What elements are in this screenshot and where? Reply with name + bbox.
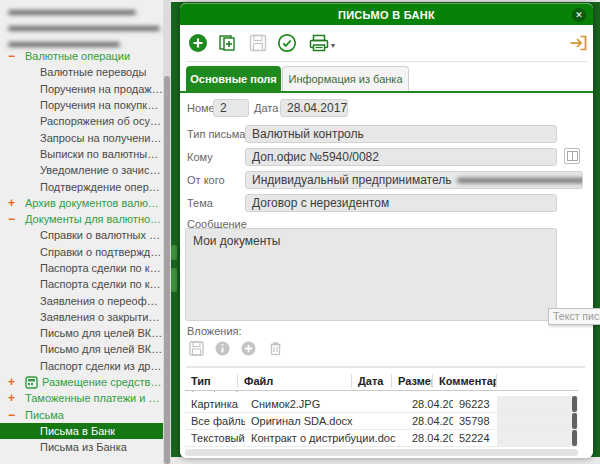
col-type-header[interactable]: Тип: [185, 374, 238, 388]
col-file-header[interactable]: Файл: [238, 374, 352, 388]
table-scrollbar[interactable]: [571, 430, 578, 446]
table-row[interactable]: Картинка Снимок2.JPG 28.04.2017 96223: [185, 396, 578, 413]
sidebar-scrollbar-thumb[interactable]: [164, 76, 170, 464]
to-field[interactable]: Доп.офис №5940/0082: [245, 148, 557, 166]
sidebar-item[interactable]: Паспорт сделки из другого б...: [0, 358, 163, 374]
sidebar-item[interactable]: Справки о подтверждающих...: [0, 244, 163, 260]
blurred-text-line: [8, 10, 136, 15]
print-icon[interactable]: [308, 33, 329, 54]
deposit-icon: [25, 376, 38, 389]
table-row[interactable]: Все файлы Оригинал SDA.docx 28.04.2017 3…: [185, 413, 578, 430]
clipped-row: . . .: [185, 391, 578, 396]
to-label: Кому: [187, 148, 213, 166]
sidebar-item[interactable]: Поручения на продажу валю...: [0, 81, 163, 97]
sidebar-item[interactable]: Валютные переводы: [0, 64, 163, 80]
sidebar-scrollbar[interactable]: [163, 0, 171, 464]
attachments-divider: [186, 366, 585, 368]
sidebar-item[interactable]: Письмо для целей ВК (в банк): [0, 325, 163, 341]
table-row[interactable]: Текстовый файл Контракт о дистрибуции.do…: [185, 430, 578, 447]
table-scrollbar[interactable]: [571, 413, 578, 429]
app-window: Валютные операции Валютные переводы Пору…: [0, 0, 600, 464]
expand-icon[interactable]: [8, 391, 25, 405]
letter-type-label: Тип письма: [187, 125, 245, 143]
sidebar-item[interactable]: Распоряжения об осуществл...: [0, 113, 163, 129]
expand-icon[interactable]: [8, 196, 25, 210]
toolbar-divider: [186, 61, 587, 62]
sidebar-item[interactable]: Поручения на покупку валюты: [0, 97, 163, 113]
attachment-save-icon: [188, 340, 206, 358]
attachments-label: Вложения:: [187, 325, 242, 337]
number-field[interactable]: 2: [213, 99, 249, 117]
sidebar-item[interactable]: Паспорта сделки по контракту: [0, 260, 163, 276]
sidebar-item[interactable]: Справки о валютных операц...: [0, 227, 163, 243]
confirm-icon[interactable]: [277, 33, 298, 54]
print-dropdown-caret[interactable]: ▾: [331, 41, 335, 50]
sidebar-item-pisma-iz-banka[interactable]: Письма из Банка: [0, 439, 163, 455]
attachments-table: Тип Файл Дата Размер Комментарий . . . К…: [185, 371, 578, 447]
date-field[interactable]: 28.04.2017: [280, 99, 348, 117]
tab-bank-info[interactable]: Информация из банка: [282, 66, 409, 91]
col-empty-header: [497, 374, 578, 388]
close-icon[interactable]: ✕: [572, 8, 586, 22]
letter-to-bank-dialog: ПИСЬМО В БАНК ✕ ▾: [180, 3, 593, 458]
attachment-add-icon: [240, 340, 258, 358]
collapsed-panel-tab[interactable]: [171, 245, 177, 260]
sidebar-item[interactable]: Паспорта сделки по кредитн...: [0, 276, 163, 292]
from-label: От кого: [187, 171, 225, 189]
dialog-title: ПИСЬМО В БАНК: [338, 9, 435, 21]
collapse-icon[interactable]: [8, 212, 25, 226]
sidebar-item-tamozhennye[interactable]: Таможенные платежи и сервисы: [0, 390, 163, 406]
copy-icon[interactable]: [217, 33, 238, 54]
col-comment-header[interactable]: Комментарий: [433, 374, 497, 388]
message-textarea[interactable]: Мои документы: [185, 228, 557, 321]
from-field[interactable]: Индивидуальный предприниматель: [245, 171, 583, 189]
nav-tree: Валютные операции Валютные переводы Пору…: [0, 48, 163, 455]
sidebar-item-razmeshchenie[interactable]: Размещение средств Онлайн: [0, 374, 163, 390]
attachment-delete-icon: [267, 340, 285, 358]
date-label: Дата: [254, 99, 278, 117]
collapsed-panel-tab[interactable]: [171, 268, 177, 292]
add-icon[interactable]: [188, 33, 209, 54]
exit-icon[interactable]: [568, 33, 589, 54]
sidebar-item[interactable]: Запросы на получение выпи...: [0, 129, 163, 145]
tab-underline: [180, 91, 593, 93]
attachment-info-icon: [214, 340, 232, 358]
dialog-titlebar: ПИСЬМО В БАНК ✕: [180, 3, 593, 25]
col-size-header[interactable]: Размер: [392, 374, 433, 388]
collapse-icon[interactable]: [8, 49, 25, 63]
sidebar-item-pisma[interactable]: Письма: [0, 407, 163, 423]
dialog-toolbar: ▾: [180, 29, 593, 60]
table-horizontal-scrollbar[interactable]: [185, 449, 578, 456]
sidebar-item[interactable]: Выписки по валютным счетам: [0, 146, 163, 162]
sidebar-item[interactable]: Подтверждение операций п...: [0, 178, 163, 194]
blurred-name: [457, 178, 583, 183]
expand-icon[interactable]: [8, 375, 25, 389]
col-date-header[interactable]: Дата: [352, 374, 392, 388]
sidebar-item[interactable]: Уведомление о зачислении (...: [0, 162, 163, 178]
sidebar-item-valyutnye-operacii[interactable]: Валютные операции: [0, 48, 163, 64]
subject-label: Тема: [187, 194, 213, 212]
sidebar-item[interactable]: Заявления о переоформлен...: [0, 292, 163, 308]
sidebar-item[interactable]: Заявления о закрытии паспо...: [0, 309, 163, 325]
sidebar: Валютные операции Валютные переводы Пору…: [0, 0, 163, 464]
table-header: Тип Файл Дата Размер Комментарий: [185, 371, 578, 391]
address-book-icon[interactable]: [564, 148, 580, 164]
save-icon: [248, 33, 269, 54]
collapse-icon[interactable]: [8, 408, 25, 422]
blurred-text-line: [8, 26, 160, 31]
subject-field[interactable]: Договор с нерезидентом: [245, 194, 557, 212]
blurred-text-line: [8, 42, 120, 47]
sidebar-item[interactable]: Письмо для целей ВК (из бан...: [0, 341, 163, 357]
sidebar-item-dokumenty-vk[interactable]: Документы для валютного контр...: [0, 211, 163, 227]
letter-type-field[interactable]: Валютный контроль: [245, 125, 557, 143]
message-tooltip: Текст письма: [548, 308, 600, 325]
sidebar-item-pisma-v-bank[interactable]: Письма в Банк: [0, 423, 163, 439]
sidebar-item-arhiv[interactable]: Архив документов валютного ко...: [0, 195, 163, 211]
table-scrollbar[interactable]: [571, 396, 578, 412]
tab-main-fields[interactable]: Основные поля: [186, 66, 281, 91]
